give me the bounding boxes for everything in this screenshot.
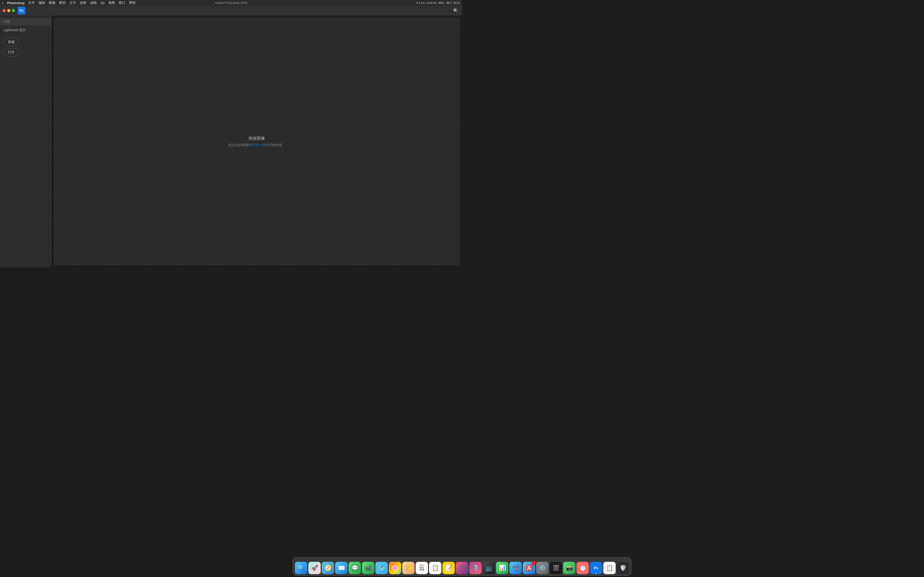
sidebar: 主页 Lightroom 照片 新建 打开 xyxy=(0,15,52,268)
sidebar-item-lightroom[interactable]: Lightroom 照片 xyxy=(0,26,52,34)
drop-area-subtitle-prefix: 或从您的电脑中 xyxy=(228,143,252,147)
drop-area-subtitle: 或从您的电脑中选择一项并开始使用。 xyxy=(228,143,285,147)
open-button[interactable]: 打开 xyxy=(3,48,19,56)
drop-area-select-link[interactable]: 选择一项 xyxy=(252,143,265,147)
menu-text[interactable]: 文字 xyxy=(69,0,76,5)
menu-layer[interactable]: 图层 xyxy=(59,0,66,5)
close-button[interactable] xyxy=(3,9,6,12)
menubar-title: Adobe Photoshop 2020 xyxy=(215,1,247,5)
drop-area[interactable]: 拖放图像 或从您的电脑中选择一项并开始使用。 xyxy=(54,18,459,265)
battery-indicator: 85% xyxy=(439,1,444,4)
sidebar-action-buttons: 新建 打开 xyxy=(0,34,52,60)
ps-logo: Ps xyxy=(18,7,25,15)
new-button[interactable]: 新建 xyxy=(3,38,19,46)
maximize-button[interactable] xyxy=(12,9,15,12)
main-layout: 主页 Lightroom 照片 新建 打开 拖放图像 或从您的电脑中选择一项并开… xyxy=(0,15,462,268)
menu-file[interactable]: 文件 xyxy=(28,0,35,5)
menu-select[interactable]: 选择 xyxy=(80,0,86,5)
menu-app-name[interactable]: Photoshop xyxy=(7,1,24,5)
menubar:  Photoshop 文件 编辑 图像 图层 文字 选择 滤镜 3D 视图 窗… xyxy=(0,0,462,6)
network-indicator: 6.1 Ks / 18.9 Ks xyxy=(417,1,437,4)
menu-filter[interactable]: 滤镜 xyxy=(90,0,97,5)
datetime-indicator: 周三 20:01 xyxy=(446,1,460,5)
sidebar-section-home: 主页 xyxy=(0,18,52,26)
drop-area-subtitle-suffix: 并开始使用。 xyxy=(265,143,285,147)
minimize-button[interactable] xyxy=(7,9,10,12)
drop-area-title: 拖放图像 xyxy=(249,136,265,141)
traffic-lights xyxy=(3,9,15,12)
titlebar: Ps 🔍 xyxy=(0,6,462,15)
menubar-right: 6.1 Ks / 18.9 Ks 85% 周三 20:01 xyxy=(417,1,460,5)
menu-help[interactable]: 帮助 xyxy=(129,0,136,5)
menu-3d[interactable]: 3D xyxy=(100,1,105,5)
apple-menu[interactable]:  xyxy=(2,1,3,5)
menu-view[interactable]: 视图 xyxy=(108,0,115,5)
menu-window[interactable]: 窗口 xyxy=(119,0,125,5)
menubar-left:  Photoshop 文件 编辑 图像 图层 文字 选择 滤镜 3D 视图 窗… xyxy=(2,0,136,5)
menu-image[interactable]: 图像 xyxy=(49,0,55,5)
titlebar-search-icon[interactable]: 🔍 xyxy=(453,8,459,13)
menu-edit[interactable]: 编辑 xyxy=(39,0,45,5)
